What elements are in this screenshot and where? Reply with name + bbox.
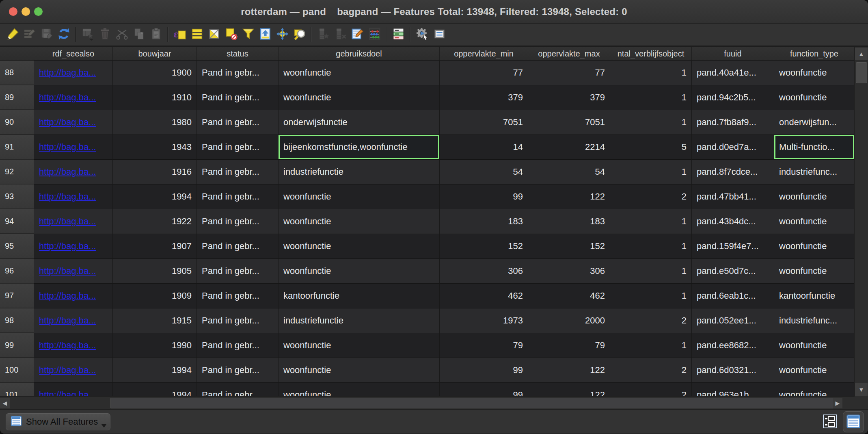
cell-gebruiksdoel[interactable]: woonfunctie (279, 234, 440, 259)
column-header-oppervlakte_max[interactable]: oppervlakte_max (528, 47, 610, 61)
zoom-button[interactable] (34, 7, 43, 16)
cell-fuuid[interactable]: pand.47bb41... (692, 184, 774, 209)
cell-function_type[interactable]: woonfunctie (774, 184, 855, 209)
cell-rdf_seealso[interactable]: http://bag.ba... (34, 85, 113, 110)
cell-fuuid[interactable]: pand.43b4dc... (692, 209, 774, 234)
row-number[interactable]: 90 (0, 110, 34, 135)
select-by-expression-button[interactable]: ε (172, 26, 188, 43)
conditional-formatting-button[interactable] (390, 26, 406, 43)
cell-oppervlakte_max[interactable]: 462 (528, 284, 610, 308)
cell-function_type[interactable]: woonfunctie (774, 61, 855, 85)
column-header-bouwjaar[interactable]: bouwjaar (113, 47, 197, 61)
cell-function_type[interactable]: woonfunctie (774, 333, 855, 358)
cell-bouwjaar[interactable]: 1900 (113, 61, 197, 85)
cell-rdf_seealso[interactable]: http://bag.ba... (34, 383, 113, 396)
cell-aantal_verblijfsobject[interactable]: 5 (610, 135, 692, 160)
cell-fuuid[interactable]: pand.e50d7c... (692, 259, 774, 284)
cell-rdf_seealso[interactable]: http://bag.ba... (34, 160, 113, 184)
column-header-oppervlakte_min[interactable]: oppervlakte_min (440, 47, 528, 61)
cell-oppervlakte_min[interactable]: 1973 (440, 308, 528, 333)
cell-bouwjaar[interactable]: 1990 (113, 333, 197, 358)
cell-aantal_verblijfsobject[interactable]: 2 (610, 358, 692, 383)
table-view-button[interactable] (843, 411, 864, 432)
cell-gebruiksdoel[interactable]: woonfunctie (279, 358, 440, 383)
scroll-left-arrow-icon[interactable]: ◀ (0, 398, 10, 408)
cell-rdf_seealso[interactable]: http://bag.ba... (34, 308, 113, 333)
cell-rdf_seealso[interactable]: http://bag.ba... (34, 184, 113, 209)
feature-link[interactable]: http://bag.ba... (39, 266, 96, 276)
cut-features-button[interactable] (114, 26, 130, 43)
cell-status[interactable]: Pand in gebr... (197, 209, 279, 234)
cell-function_type[interactable]: woonfunctie (774, 209, 855, 234)
cell-oppervlakte_max[interactable]: 122 (528, 184, 610, 209)
invert-selection-button[interactable] (206, 26, 222, 43)
cell-fuuid[interactable]: pand.ee8682... (692, 333, 774, 358)
row-number[interactable]: 100 (0, 358, 34, 383)
cell-bouwjaar[interactable]: 1909 (113, 284, 197, 308)
scroll-right-arrow-icon[interactable]: ▶ (833, 398, 842, 408)
cell-aantal_verblijfsobject[interactable]: 2 (610, 308, 692, 333)
row-number[interactable]: 89 (0, 85, 34, 110)
cell-fuuid[interactable]: pand.40a41e... (692, 61, 774, 85)
feature-link[interactable]: http://bag.ba... (39, 216, 96, 227)
cell-aantal_verblijfsobject[interactable]: 1 (610, 160, 692, 184)
cell-oppervlakte_max[interactable]: 379 (528, 85, 610, 110)
column-header-status[interactable]: status (197, 47, 279, 61)
delete-features-button[interactable] (97, 26, 113, 43)
cell-oppervlakte_max[interactable]: 122 (528, 383, 610, 396)
cell-status[interactable]: Pand in gebr... (197, 333, 279, 358)
cell-oppervlakte_min[interactable]: 379 (440, 85, 528, 110)
cell-rdf_seealso[interactable]: http://bag.ba... (34, 358, 113, 383)
cell-bouwjaar[interactable]: 1915 (113, 308, 197, 333)
cell-oppervlakte_min[interactable]: 99 (440, 358, 528, 383)
save-edits-button[interactable] (39, 26, 55, 43)
select-all-button[interactable] (189, 26, 205, 43)
cell-function_type[interactable]: onderwijsfun... (774, 110, 855, 135)
cell-function_type[interactable]: Multi-functio... (774, 135, 855, 160)
cell-bouwjaar[interactable]: 1943 (113, 135, 197, 160)
cell-oppervlakte_max[interactable]: 79 (528, 333, 610, 358)
cell-oppervlakte_min[interactable]: 79 (440, 333, 528, 358)
row-number[interactable]: 93 (0, 184, 34, 209)
row-number[interactable]: 92 (0, 160, 34, 184)
paste-features-button[interactable] (148, 26, 164, 43)
cell-rdf_seealso[interactable]: http://bag.ba... (34, 209, 113, 234)
cell-aantal_verblijfsobject[interactable]: 1 (610, 284, 692, 308)
row-number[interactable]: 95 (0, 234, 34, 259)
cell-function_type[interactable]: woonfunctie (774, 85, 855, 110)
feature-link[interactable]: http://bag.ba... (39, 67, 96, 78)
delete-field-button[interactable] (332, 26, 348, 43)
cell-oppervlakte_max[interactable]: 77 (528, 61, 610, 85)
cell-bouwjaar[interactable]: 1980 (113, 110, 197, 135)
cell-oppervlakte_max[interactable]: 306 (528, 259, 610, 284)
cell-gebruiksdoel[interactable]: woonfunctie (279, 61, 440, 85)
cell-bouwjaar[interactable]: 1910 (113, 85, 197, 110)
cell-rdf_seealso[interactable]: http://bag.ba... (34, 284, 113, 308)
copy-features-button[interactable] (131, 26, 147, 43)
cell-function_type[interactable]: kantoorfunctie (774, 284, 855, 308)
cell-status[interactable]: Pand in gebr... (197, 259, 279, 284)
cell-function_type[interactable]: woonfunctie (774, 358, 855, 383)
cell-bouwjaar[interactable]: 1905 (113, 259, 197, 284)
cell-fuuid[interactable]: pand.6d0321... (692, 358, 774, 383)
minimize-button[interactable] (22, 7, 30, 16)
cell-rdf_seealso[interactable]: http://bag.ba... (34, 61, 113, 85)
cell-oppervlakte_max[interactable]: 7051 (528, 110, 610, 135)
cell-rdf_seealso[interactable]: http://bag.ba... (34, 333, 113, 358)
select-by-form-button[interactable] (240, 26, 256, 43)
feature-link[interactable]: http://bag.ba... (39, 291, 96, 301)
column-header-fuuid[interactable]: fuuid (692, 47, 774, 61)
cell-oppervlakte_max[interactable]: 152 (528, 234, 610, 259)
cell-function_type[interactable]: woonfunctie (774, 383, 855, 396)
feature-link[interactable]: http://bag.ba... (39, 142, 96, 152)
cell-status[interactable]: Pand in gebr... (197, 110, 279, 135)
cell-gebruiksdoel[interactable]: woonfunctie (279, 259, 440, 284)
cell-gebruiksdoel[interactable]: bijeenkomstfunctie,woonfunctie (279, 135, 440, 160)
reload-button[interactable] (56, 26, 72, 43)
cell-status[interactable]: Pand in gebr... (197, 383, 279, 396)
cell-oppervlakte_max[interactable]: 2000 (528, 308, 610, 333)
cell-aantal_verblijfsobject[interactable]: 1 (610, 333, 692, 358)
cell-oppervlakte_max[interactable]: 54 (528, 160, 610, 184)
cell-fuuid[interactable]: pand.94c2b5... (692, 85, 774, 110)
horizontal-scrollbar-thumb[interactable] (110, 398, 842, 408)
